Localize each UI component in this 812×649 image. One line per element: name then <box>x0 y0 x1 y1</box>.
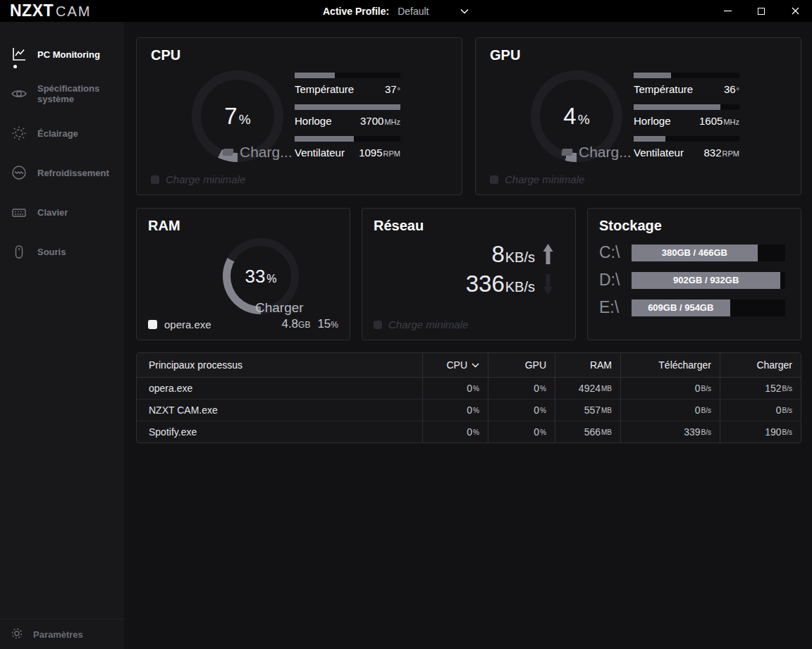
cpu-load-unit: % <box>239 112 251 128</box>
process-pct: 15 <box>317 317 331 330</box>
upload-cell: 190B/s <box>720 421 801 443</box>
upload-value: 8 <box>491 241 504 268</box>
gpu-fan-stat: Ventilateur 832RPM <box>634 136 739 159</box>
column-header-ram[interactable]: RAM <box>555 353 620 377</box>
sidebar-item-cooling[interactable]: Refroidissement <box>0 153 124 192</box>
gpu-load-value: 4 <box>563 103 576 130</box>
stat-unit: ° <box>398 86 400 94</box>
network-card-title: Réseau <box>374 218 564 234</box>
gpu-card-title: GPU <box>490 47 787 63</box>
stat-label: Horloge <box>634 115 671 127</box>
table-row: NZXT CAM.exe 0% 0% 557MB 0B/s 0B/s <box>137 399 801 421</box>
sidebar-item-keyboard[interactable]: Clavier <box>0 192 124 232</box>
process-name-cell: opera.exe <box>137 378 422 399</box>
drive-usage-bar: 609GB / 954GB <box>632 299 785 316</box>
arrow-down-icon <box>542 273 554 295</box>
cpu-load-value: 7 <box>224 103 237 130</box>
cpu-cell: 0% <box>422 400 488 421</box>
gpu-card: GPU 4 % Charg... <box>475 37 801 195</box>
ram-load-unit: % <box>266 273 276 285</box>
cpu-card-title: CPU <box>151 47 448 63</box>
window-controls <box>710 0 812 22</box>
network-min-load-legend: Charge minimale <box>374 319 468 330</box>
gpu-gauge-legend-label: Charg... <box>579 144 632 161</box>
close-icon[interactable] <box>778 0 812 22</box>
arrow-up-icon <box>542 243 554 266</box>
upload-cell: 152B/s <box>720 378 801 399</box>
stat-unit: MHz <box>723 118 739 126</box>
drive-usage-bar: 902GB / 932GB <box>632 272 785 289</box>
ram-card: RAM 33 % Charger opera.exe <box>136 208 350 340</box>
download-cell: 0B/s <box>620 400 720 421</box>
process-swatch <box>148 320 157 329</box>
download-cell: 339B/s <box>620 421 720 443</box>
column-header-download[interactable]: Télécharger <box>620 353 720 377</box>
stat-value: 3700 <box>360 115 383 127</box>
sidebar-item-lighting[interactable]: Éclairage <box>0 113 124 153</box>
titlebar: NZXT CAM Active Profile: Default <box>0 0 812 22</box>
sidebar-item-label: Souris <box>37 247 66 257</box>
gpu-gauge-legend: Charg... <box>562 144 632 161</box>
download-unit: KB/s <box>505 279 535 295</box>
gpu-cell: 0% <box>488 400 555 421</box>
process-mem-unit: GB <box>298 320 310 330</box>
drive-row-e: E:\ 609GB / 954GB <box>599 298 789 317</box>
download-row: 336 KB/s <box>374 269 554 299</box>
gpu-cell: 0% <box>488 421 555 443</box>
stat-label: Horloge <box>295 115 332 127</box>
sidebar-item-label: Spécifications système <box>37 83 124 104</box>
cpu-min-load-label: Charge minimale <box>166 173 245 185</box>
column-header-gpu[interactable]: GPU <box>488 353 555 377</box>
active-profile-label: Active Profile: <box>323 6 389 17</box>
sort-chevron-down-icon <box>472 363 479 368</box>
sidebar-item-label: Clavier <box>37 207 68 218</box>
maximize-icon[interactable] <box>744 0 778 22</box>
sidebar-item-specifications[interactable]: Spécifications système <box>0 74 124 113</box>
cpu-min-load-legend: Charge minimale <box>151 173 245 185</box>
stat-unit: RPM <box>722 149 739 158</box>
ram-load-value: 33 <box>245 266 265 288</box>
sidebar-item-mouse[interactable]: Souris <box>0 232 124 271</box>
cpu-temperature-stat: Température 37° <box>295 73 400 95</box>
drive-label: E:\ <box>599 298 632 317</box>
gpu-temperature-bar <box>634 73 671 78</box>
cpu-cell: 0% <box>422 421 488 443</box>
gpu-clock-stat: Horloge 1605MHz <box>634 104 739 127</box>
eye-icon <box>10 85 28 103</box>
table-row: opera.exe 0% 0% 4924MB 0B/s 152B/s <box>137 378 801 399</box>
gear-icon <box>10 626 24 643</box>
column-header-upload[interactable]: Charger <box>720 353 801 377</box>
table-title: Principaux processus <box>137 353 422 377</box>
cpu-fan-bar <box>295 136 354 142</box>
cpu-gauge-legend: Charg... <box>223 144 293 161</box>
gpu-load-unit: % <box>578 112 590 128</box>
stat-unit: MHz <box>384 118 400 126</box>
sidebar-item-label: Refroidissement <box>37 168 109 178</box>
gpu-min-load-label: Charge minimale <box>505 173 584 185</box>
legend-swatch <box>151 175 159 184</box>
legend-swatch <box>222 149 233 156</box>
sidebar-item-pc-monitoring[interactable]: PC Monitoring <box>0 35 124 74</box>
gpu-temperature-stat: Température 36° <box>634 73 739 95</box>
stat-unit: RPM <box>383 149 400 158</box>
drive-label: C:\ <box>599 243 632 262</box>
stat-value: 832 <box>704 147 722 159</box>
drive-usage-text: 902GB / 932GB <box>632 272 780 289</box>
active-profile-dropdown[interactable]: Default <box>398 6 468 17</box>
chart-icon <box>10 45 28 63</box>
column-header-cpu[interactable]: CPU <box>422 353 488 377</box>
cpu-clock-bar <box>295 104 400 110</box>
cpu-cell: 0% <box>422 378 488 399</box>
cpu-card: CPU 7 % Charg... <box>136 37 462 195</box>
ram-gauge-legend-label: Charger <box>255 300 304 316</box>
cpu-fan-stat: Ventilateur 1095RPM <box>295 136 400 159</box>
minimize-icon[interactable] <box>710 0 744 22</box>
upload-row: 8 KB/s <box>374 240 554 269</box>
stat-value: 1095 <box>359 147 382 159</box>
stat-value: 37 <box>385 83 397 95</box>
ram-gauge-legend: Charger <box>255 300 304 316</box>
legend-swatch <box>490 175 498 184</box>
cpu-temperature-bar <box>295 73 335 78</box>
sidebar-item-settings[interactable]: Paramètres <box>0 619 124 649</box>
network-min-load-label: Charge minimale <box>388 319 468 330</box>
